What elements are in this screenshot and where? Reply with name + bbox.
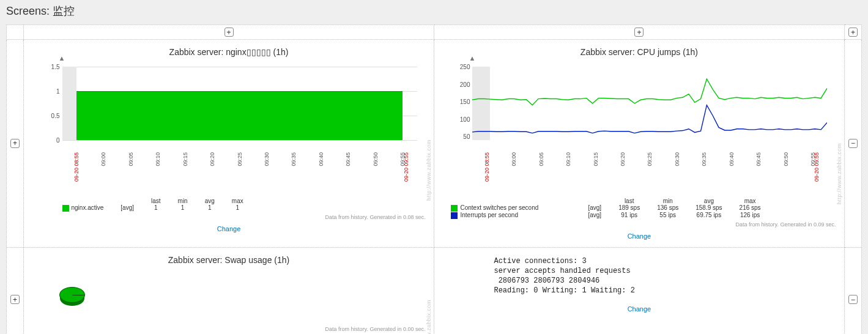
chart-title: Zabbix server: Swap usage (1h) bbox=[29, 250, 429, 269]
cpu-xaxis: 09-20 08:5509:0009:0509:1009:1509:2009:2… bbox=[472, 152, 827, 195]
footer-note: Data from history. Generated in 0.09 sec… bbox=[439, 219, 839, 229]
add-row-button[interactable]: + bbox=[10, 295, 20, 304]
footer-note: Data from history. Generated in 0.00 sec… bbox=[29, 324, 429, 333]
chart-title: Zabbix server: nginx▯▯▯▯▯ (1h) bbox=[29, 42, 429, 61]
remove-row-button[interactable]: − bbox=[848, 139, 858, 148]
cpu-legend: last min avg max Context switches per se… bbox=[451, 198, 839, 219]
page-title: Screens: 监控 bbox=[0, 0, 868, 24]
nginx-legend: last min avg max nginx.active [avg] 1 1 … bbox=[62, 198, 429, 212]
pie-slice bbox=[59, 287, 85, 303]
footer-note: Data from history. Generated in 0.08 sec… bbox=[29, 212, 429, 221]
chart-title: Zabbix server: CPU jumps (1h) bbox=[439, 42, 839, 61]
add-row-button[interactable]: + bbox=[10, 139, 20, 148]
nginx-status-text: Active connections: 3 server accepts han… bbox=[439, 250, 839, 302]
remove-row-button[interactable]: − bbox=[848, 295, 858, 304]
add-column-button[interactable]: + bbox=[848, 28, 858, 37]
change-link[interactable]: Change bbox=[217, 225, 241, 232]
watermark: http://www.zabbix.com bbox=[426, 139, 432, 201]
page-title-name: 监控 bbox=[53, 5, 75, 17]
nginx-chart: ▲ 00.511.5 bbox=[62, 61, 417, 152]
y-arrow-icon: ▲ bbox=[59, 54, 65, 62]
cpu-chart: ▲ 50100150200250 bbox=[472, 61, 827, 152]
panel-nginx-status: Active connections: 3 server accepts han… bbox=[439, 250, 839, 318]
add-column-button[interactable]: + bbox=[634, 28, 644, 37]
panel-nginx: Zabbix server: nginx▯▯▯▯▯ (1h) ▲ 00.511.… bbox=[29, 42, 429, 237]
watermark: http://www.zabbix.com bbox=[836, 143, 842, 204]
nginx-xaxis: 09-20 08:5509:0009:0509:1009:1509:2009:2… bbox=[62, 152, 417, 195]
change-link[interactable]: Change bbox=[628, 232, 651, 240]
swap-pie bbox=[29, 269, 429, 324]
add-column-button[interactable]: + bbox=[224, 28, 234, 37]
screen-grid: + + + + Zabbix server: nginx▯▯▯▯▯ (1h) ▲… bbox=[6, 24, 862, 334]
legend-swatch bbox=[62, 205, 69, 212]
change-link[interactable]: Change bbox=[628, 305, 651, 313]
panel-swap: Zabbix server: Swap usage (1h) Data from… bbox=[29, 250, 429, 334]
panel-cpu: Zabbix server: CPU jumps (1h) ▲ 50100150… bbox=[439, 42, 839, 245]
page-title-prefix: Screens: bbox=[6, 5, 53, 17]
